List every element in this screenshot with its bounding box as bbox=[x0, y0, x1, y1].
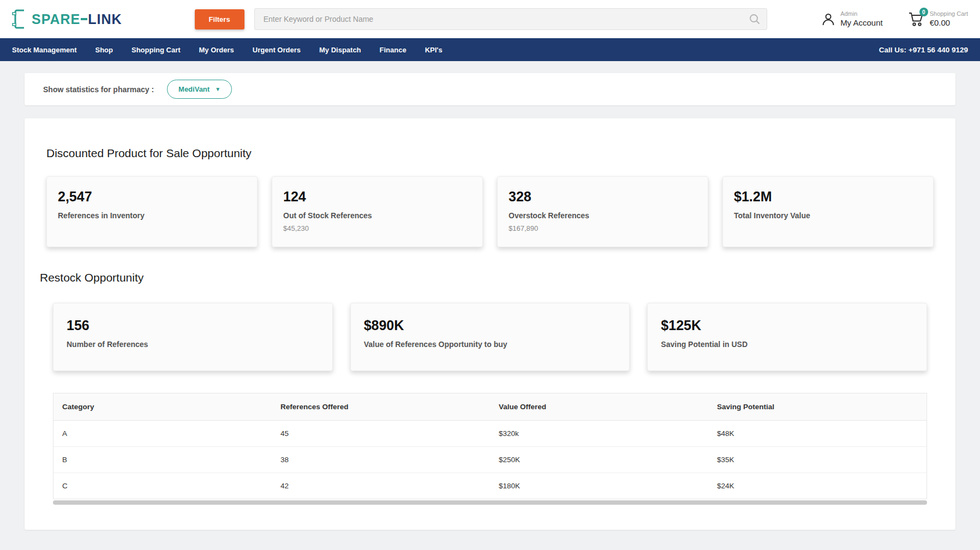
cell-references: 42 bbox=[272, 473, 490, 499]
cart-texts: Shopping Cart €0.00 bbox=[930, 10, 968, 28]
stat-label: Value of References Opportunity to buy bbox=[364, 340, 617, 349]
cell-references: 45 bbox=[272, 421, 490, 447]
column-header-saving-potential: Saving Potential bbox=[708, 393, 927, 421]
sparelink-logo[interactable]: SPARE LINK bbox=[12, 8, 122, 31]
logo-part-spare: SPARE bbox=[32, 11, 80, 27]
cart-count-badge: 0 bbox=[919, 8, 928, 16]
account-label: My Account bbox=[840, 18, 883, 28]
table-row[interactable]: C 42 $180K $24K bbox=[53, 473, 927, 499]
stat-card-overstock: 328 Overstock References $167,890 bbox=[497, 176, 708, 247]
stat-value: $125K bbox=[661, 318, 913, 333]
cell-saving: $24K bbox=[708, 473, 927, 499]
cell-saving: $48K bbox=[708, 421, 927, 447]
stat-card-total-inventory-value: $1.2M Total Inventory Value bbox=[722, 176, 934, 247]
stat-card-number-of-references: 156 Number of References bbox=[53, 303, 333, 371]
column-header-value-offered: Value Offered bbox=[490, 393, 708, 421]
nav-item-kpis[interactable]: KPI's bbox=[425, 46, 443, 54]
pharmacy-selected-value: MediVant bbox=[178, 85, 210, 93]
discount-section-title: Discounted Product for Sale Opportunity bbox=[46, 147, 934, 160]
sparelink-logo-text: SPARE LINK bbox=[32, 11, 122, 27]
stat-label: Saving Potential in USD bbox=[661, 340, 913, 349]
main-navbar: Stock Management Shop Shopping Cart My O… bbox=[0, 38, 980, 61]
table-row[interactable]: A 45 $320k $48K bbox=[53, 421, 927, 447]
shopping-cart-menu[interactable]: 0 Shopping Cart €0.00 bbox=[908, 10, 968, 28]
stat-label: References in Inventory bbox=[58, 211, 246, 220]
nav-item-shopping-cart[interactable]: Shopping Cart bbox=[132, 46, 181, 54]
pharmacy-select-dropdown[interactable]: MediVant ▼ bbox=[167, 80, 232, 99]
cell-references: 38 bbox=[272, 447, 490, 473]
account-role: Admin bbox=[840, 10, 883, 18]
cell-category: B bbox=[53, 447, 272, 473]
logo-dash bbox=[81, 18, 87, 20]
search-bar bbox=[254, 8, 767, 30]
search-icon[interactable] bbox=[749, 13, 761, 25]
restock-section-title: Restock Opportunity bbox=[40, 271, 934, 284]
dashboard-main-card: Discounted Product for Sale Opportunity … bbox=[25, 118, 955, 530]
table-header: Category References Offered Value Offere… bbox=[53, 393, 927, 421]
nav-item-stock-management[interactable]: Stock Management bbox=[12, 46, 76, 54]
stat-value: 124 bbox=[283, 189, 471, 205]
cell-value: $320k bbox=[490, 421, 708, 447]
nav-item-my-dispatch[interactable]: My Dispatch bbox=[319, 46, 361, 54]
nav-item-finance[interactable]: Finance bbox=[380, 46, 407, 54]
cart-icon-wrap: 0 bbox=[908, 11, 924, 27]
stat-sub-value: $45,230 bbox=[283, 224, 471, 232]
column-header-category: Category bbox=[53, 393, 272, 421]
call-us-text: Call Us: +971 56 440 9129 bbox=[879, 46, 968, 54]
top-header: SPARE LINK Filters Admin My Account bbox=[0, 0, 980, 38]
sparelink-logo-icon bbox=[12, 8, 28, 31]
stat-label: Out of Stock References bbox=[283, 211, 471, 220]
nav-item-shop[interactable]: Shop bbox=[95, 46, 113, 54]
stat-value: 156 bbox=[67, 318, 319, 333]
account-texts: Admin My Account bbox=[840, 10, 883, 28]
cell-category: C bbox=[53, 473, 272, 499]
stat-value: $1.2M bbox=[734, 189, 922, 205]
pharmacy-selector-label: Show statistics for pharmacy : bbox=[43, 85, 154, 94]
stat-card-saving-potential: $125K Saving Potential in USD bbox=[647, 303, 927, 371]
cart-amount: €0.00 bbox=[930, 18, 968, 28]
stat-sub-value: $167,890 bbox=[509, 224, 697, 232]
cart-label: Shopping Cart bbox=[930, 10, 968, 18]
logo-part-link: LINK bbox=[88, 11, 122, 27]
cell-value: $250K bbox=[490, 447, 708, 473]
cell-category: A bbox=[53, 421, 272, 447]
discount-stats-grid: 2,547 References in Inventory 124 Out of… bbox=[46, 176, 934, 247]
my-account-menu[interactable]: Admin My Account bbox=[821, 10, 883, 28]
nav-item-urgent-orders[interactable]: Urgent Orders bbox=[253, 46, 301, 54]
stat-label: Number of References bbox=[67, 340, 319, 349]
stat-label: Overstock References bbox=[509, 211, 697, 220]
pharmacy-selector-card: Show statistics for pharmacy : MediVant … bbox=[25, 73, 955, 105]
stat-card-references-in-inventory: 2,547 References in Inventory bbox=[46, 176, 258, 247]
cell-value: $180K bbox=[490, 473, 708, 499]
search-input[interactable] bbox=[254, 8, 767, 30]
stat-card-out-of-stock: 124 Out of Stock References $45,230 bbox=[272, 176, 483, 247]
stat-card-value-opportunity: $890K Value of References Opportunity to… bbox=[350, 303, 630, 371]
table-row[interactable]: B 38 $250K $35K bbox=[53, 447, 927, 473]
nav-items: Stock Management Shop Shopping Cart My O… bbox=[12, 46, 443, 54]
nav-item-my-orders[interactable]: My Orders bbox=[199, 46, 234, 54]
stat-value: 2,547 bbox=[58, 189, 246, 205]
restock-stats-grid: 156 Number of References $890K Value of … bbox=[53, 303, 927, 371]
cell-saving: $35K bbox=[708, 447, 927, 473]
restock-category-table: Category References Offered Value Offere… bbox=[53, 393, 927, 499]
stat-value: $890K bbox=[364, 318, 617, 333]
column-header-references-offered: References Offered bbox=[272, 393, 490, 421]
stat-value: 328 bbox=[509, 189, 697, 205]
stat-label: Total Inventory Value bbox=[734, 211, 922, 220]
filters-button[interactable]: Filters bbox=[195, 9, 244, 29]
chevron-down-icon: ▼ bbox=[215, 86, 220, 92]
user-icon bbox=[821, 11, 836, 27]
table-horizontal-scrollbar[interactable] bbox=[53, 500, 927, 505]
